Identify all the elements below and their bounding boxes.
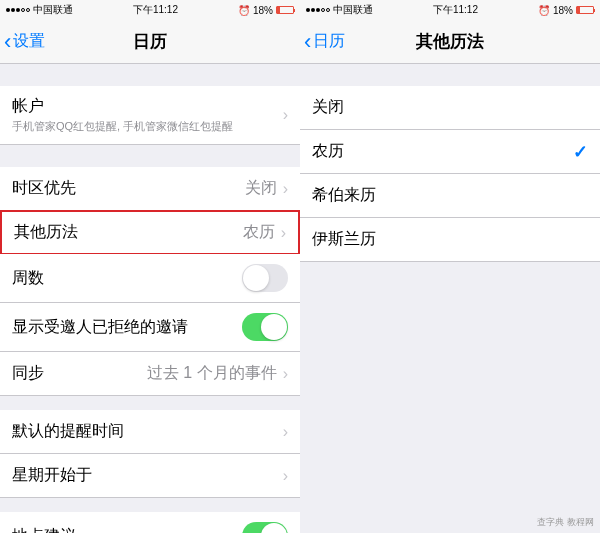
- chevron-right-icon: ›: [283, 180, 288, 198]
- alarm-icon: ⏰: [238, 5, 250, 16]
- chevron-right-icon: ›: [281, 224, 286, 242]
- week-start-cell[interactable]: 星期开始于 ›: [0, 454, 300, 498]
- chevron-left-icon: ‹: [304, 29, 311, 55]
- settings-calendar-screen: 中国联通 下午11:12 ⏰ 18% ‹ 设置 日历 帐户 手机管家QQ红包提醒…: [0, 0, 300, 533]
- time-label: 下午11:12: [133, 3, 178, 17]
- option-off[interactable]: 关闭: [300, 86, 600, 130]
- chevron-right-icon: ›: [283, 106, 288, 124]
- default-alert-cell[interactable]: 默认的提醒时间 ›: [0, 410, 300, 454]
- time-label: 下午11:12: [433, 3, 478, 17]
- page-title: 日历: [133, 30, 167, 53]
- battery-icon: [276, 6, 294, 14]
- week-numbers-cell[interactable]: 周数: [0, 254, 300, 303]
- option-hebrew[interactable]: 希伯来历: [300, 174, 600, 218]
- location-suggestions-cell[interactable]: 地点建议: [0, 512, 300, 533]
- status-bar: 中国联通 下午11:12 ⏰ 18%: [300, 0, 600, 20]
- back-button[interactable]: ‹ 日历: [300, 29, 345, 55]
- signal-icon: [306, 8, 330, 12]
- alarm-icon: ⏰: [538, 5, 550, 16]
- week-numbers-toggle[interactable]: [242, 264, 288, 292]
- timezone-cell[interactable]: 时区优先 关闭 ›: [0, 167, 300, 211]
- option-lunar[interactable]: 农历 ✓: [300, 130, 600, 174]
- settings-list: 帐户 手机管家QQ红包提醒, 手机管家微信红包提醒 › 时区优先 关闭 › 其他…: [0, 64, 300, 533]
- signal-icon: [6, 8, 30, 12]
- declined-events-toggle[interactable]: [242, 313, 288, 341]
- battery-percent: 18%: [553, 5, 573, 16]
- battery-icon: [576, 6, 594, 14]
- status-bar: 中国联通 下午11:12 ⏰ 18%: [0, 0, 300, 20]
- alternate-calendar-cell[interactable]: 其他历法 农历 ›: [0, 210, 300, 255]
- accounts-cell[interactable]: 帐户 手机管家QQ红包提醒, 手机管家微信红包提醒 ›: [0, 86, 300, 145]
- nav-bar: ‹ 设置 日历: [0, 20, 300, 64]
- carrier-label: 中国联通: [33, 3, 73, 17]
- chevron-left-icon: ‹: [4, 29, 11, 55]
- chevron-right-icon: ›: [283, 365, 288, 383]
- back-button[interactable]: ‹ 设置: [0, 29, 45, 55]
- nav-bar: ‹ 日历 其他历法: [300, 20, 600, 64]
- chevron-right-icon: ›: [283, 423, 288, 441]
- sync-cell[interactable]: 同步 过去 1 个月的事件 ›: [0, 352, 300, 396]
- checkmark-icon: ✓: [573, 141, 588, 163]
- watermark: 查字典 教程网: [537, 516, 594, 529]
- option-islamic[interactable]: 伊斯兰历: [300, 218, 600, 262]
- location-toggle[interactable]: [242, 522, 288, 533]
- battery-percent: 18%: [253, 5, 273, 16]
- page-title: 其他历法: [416, 30, 484, 53]
- alternate-calendar-screen: 中国联通 下午11:12 ⏰ 18% ‹ 日历 其他历法 关闭 农历 ✓ 希伯来…: [300, 0, 600, 533]
- carrier-label: 中国联通: [333, 3, 373, 17]
- options-list: 关闭 农历 ✓ 希伯来历 伊斯兰历: [300, 64, 600, 533]
- chevron-right-icon: ›: [283, 467, 288, 485]
- declined-events-cell[interactable]: 显示受邀人已拒绝的邀请: [0, 303, 300, 352]
